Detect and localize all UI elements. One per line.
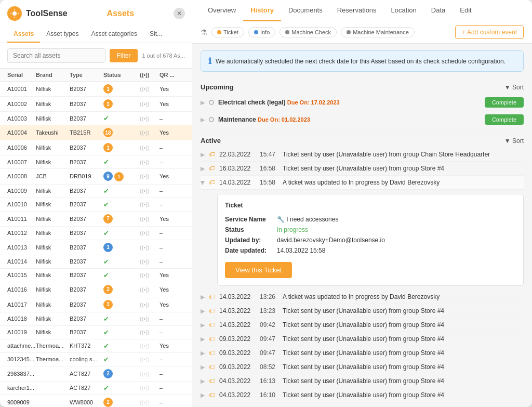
history-event-6[interactable]: ▶ 🏷 09.03.2022 09:47 Ticket sent by user… [201, 332, 524, 346]
chevron-5[interactable]: ▶ [201, 322, 205, 329]
tag-icon-4: 🏷 [209, 307, 215, 314]
cell-qr-15: Yes [159, 301, 179, 308]
chip-machine-maintenance[interactable]: Machine Maintenance [341, 27, 415, 37]
chevron-7[interactable]: ▶ [201, 350, 205, 357]
chevron-1[interactable]: ▶ [201, 165, 205, 172]
cell-brand-9: Nilfisk [36, 216, 70, 222]
cell-type-5: B2037 [70, 159, 103, 165]
table-row-21[interactable]: kärcher1... ACT827 ✔ ((•)) – [0, 382, 192, 395]
tab-documents[interactable]: Documents [281, 0, 330, 21]
upcoming-sort-button[interactable]: ▼ Sort [504, 84, 524, 91]
chevron-8[interactable]: ▶ [201, 364, 205, 371]
tab-overview[interactable]: Overview [201, 0, 243, 21]
tab-asset-types[interactable]: Asset types [40, 26, 85, 43]
tab-asset-categories[interactable]: Asset categories [85, 26, 143, 43]
cell-serial-13: A10015 [7, 272, 36, 278]
history-event-1[interactable]: ▶ 🏷 16.03.2022 16:58 Ticket sent by user… [201, 162, 524, 176]
search-input[interactable] [7, 48, 105, 63]
chevron-electrical[interactable]: ▶ [201, 99, 205, 106]
chevron-6[interactable]: ▶ [201, 336, 205, 343]
history-event-10[interactable]: ▶ 🏷 04.03.2022 16:10 Ticket sent by user… [201, 388, 524, 402]
chevron-10[interactable]: ▶ [201, 392, 205, 399]
status-badge-20: 2 [103, 369, 113, 378]
table-row-2[interactable]: A10003 Nilfisk B2037 ✔ ((•)) – [0, 112, 192, 125]
wifi-icon-13: ((•)) [140, 272, 150, 278]
date-1: 16.03.2022 [219, 165, 256, 172]
table-row-4[interactable]: A10006 Nilfisk B2037 1 ((•)) – [0, 140, 192, 155]
status-badge-3: 18 [103, 128, 113, 137]
table-row-13[interactable]: A10015 Nilfisk B2037 ✔ ((•)) Yes [0, 269, 192, 282]
desc-5: Ticket sent by user (Unavailable user) f… [283, 321, 524, 329]
chevron-9[interactable]: ▶ [201, 378, 205, 385]
table-row-14[interactable]: A10016 Nilfisk B2037 2 ((•)) Yes [0, 282, 192, 297]
status-badge-14: 2 [103, 285, 113, 294]
tab-reservations[interactable]: Reservations [330, 0, 384, 21]
table-row-12[interactable]: A10014 Nilfisk B2037 ✔ ((•)) – [0, 255, 192, 269]
cell-type-19: cooling s... [70, 356, 103, 362]
wifi-icon-16: ((•)) [140, 316, 150, 322]
cell-serial-0: A10001 [7, 86, 36, 92]
chip-machine-check[interactable]: Machine Check [280, 27, 337, 37]
table-row-8[interactable]: A10010 Nilfisk B2037 ✔ ((•)) – [0, 198, 192, 212]
table-row-11[interactable]: A10013 Nilfisk B2037 1 ((•)) – [0, 240, 192, 255]
history-event-8[interactable]: ▶ 🏷 09.03.2022 08:52 Ticket sent by user… [201, 360, 524, 374]
chevron-maintenance[interactable]: ▶ [201, 116, 205, 123]
table-row-20[interactable]: 2983837... ACT827 2 ((•)) – [0, 366, 192, 382]
history-event-0[interactable]: ▶ 🏷 22.03.2022 15:47 Ticket sent by user… [201, 148, 524, 162]
date-3: 14.03.2022 [219, 293, 256, 300]
time-6: 09:47 [260, 335, 278, 343]
history-event-2[interactable]: ▶ 🏷 14.03.2022 15:58 A ticket was update… [201, 176, 524, 190]
table-row-16[interactable]: A10018 Nilfisk B2037 ✔ ((•)) – [0, 312, 192, 326]
table-row-9[interactable]: A10011 Nilfisk B2037 7 ((•)) Yes [0, 212, 192, 227]
status-badge-6: 9 [103, 172, 113, 181]
chip-info[interactable]: Info [248, 27, 275, 37]
table-row-22[interactable]: 9009009 WW8000 2 ((•)) – [0, 395, 192, 408]
cell-type-17: B2037 [70, 329, 103, 335]
table-row-18[interactable]: attachme... Thermoa... KHT372 ✔ ((•)) Ye… [0, 339, 192, 353]
table-row-5[interactable]: A10007 Nilfisk B2037 ✔ ((•)) – [0, 155, 192, 169]
view-ticket-button[interactable]: View this Ticket [225, 262, 292, 278]
desc-9: Ticket sent by user (Unavailable user) f… [283, 377, 524, 385]
count-text: 1 out of 678 As... [142, 52, 185, 59]
table-row-7[interactable]: A10009 Nilfisk B2037 ✔ ((•)) – [0, 185, 192, 198]
history-event-7[interactable]: ▶ 🏷 09.03.2022 09:47 Ticket sent by user… [201, 346, 524, 360]
table-row-19[interactable]: 3012345... Thermoa... cooling s... ✔ ((•… [0, 353, 192, 366]
table-row-1[interactable]: A10002 Nilfisk B2037 1 ((•)) Yes [0, 97, 192, 112]
ticket-updated-by-row: Updated by: david.berezovsky+Demo@toolse… [225, 235, 516, 245]
tab-location[interactable]: Location [384, 0, 424, 21]
history-event-3[interactable]: ▶ 🏷 14.03.2022 13:26 A ticket was update… [201, 290, 524, 304]
add-custom-event-button[interactable]: + Add custom event [455, 25, 524, 39]
history-event-4[interactable]: ▶ 🏷 14.03.2022 13:23 Ticket sent by user… [201, 304, 524, 318]
filter-button[interactable]: Filter [110, 49, 138, 62]
table-row-0[interactable]: A10001 Nilfisk B2037 1 ((•)) Yes [0, 82, 192, 97]
close-button[interactable]: ✕ [174, 8, 185, 19]
tab-assets[interactable]: Assets [7, 26, 40, 43]
tab-history[interactable]: History [243, 0, 281, 21]
chevron-4[interactable]: ▶ [201, 308, 205, 314]
cell-status-12: ✔ [103, 258, 140, 266]
cell-wifi-5: ((•)) [140, 159, 159, 165]
complete-electrical-button[interactable]: Complete [485, 97, 524, 108]
chevron-3[interactable]: ▶ [201, 294, 205, 300]
tab-edit[interactable]: Edit [453, 0, 478, 21]
cell-status-20: 2 [103, 369, 140, 378]
tag-icon-10: 🏷 [209, 391, 215, 399]
complete-maintenance-button[interactable]: Complete [485, 114, 524, 125]
table-row-6[interactable]: A10008 JCB DRB019 9 1 ((•)) Yes [0, 169, 192, 185]
history-event-9[interactable]: ▶ 🏷 04.03.2022 16:13 Ticket sent by user… [201, 374, 524, 388]
tab-sites[interactable]: Sit... [143, 26, 168, 43]
table-row-10[interactable]: A10012 Nilfisk B2037 ✔ ((•)) – [0, 227, 192, 240]
chevron-0[interactable]: ▶ [201, 151, 205, 158]
table-row-15[interactable]: A10017 Nilfisk B2037 1 ((•)) Yes [0, 297, 192, 312]
cell-type-9: B2037 [70, 216, 103, 222]
date-8: 09.03.2022 [219, 363, 256, 371]
tab-data[interactable]: Data [424, 0, 453, 21]
table-row-17[interactable]: A10019 Nilfisk B2037 ✔ ((•)) – [0, 326, 192, 339]
chip-ticket[interactable]: Ticket [211, 27, 244, 37]
cell-brand-0: Nilfisk [36, 86, 70, 92]
chevron-2[interactable]: ▶ [200, 180, 206, 185]
cell-status-14: 2 [103, 285, 140, 294]
history-event-5[interactable]: ▶ 🏷 14.03.2022 09:42 Ticket sent by user… [201, 318, 524, 332]
active-sort-button[interactable]: ▼ Sort [504, 137, 524, 145]
table-row-3[interactable]: A10004 Takeushi TB215R 18 ((•)) Yes [0, 125, 192, 140]
